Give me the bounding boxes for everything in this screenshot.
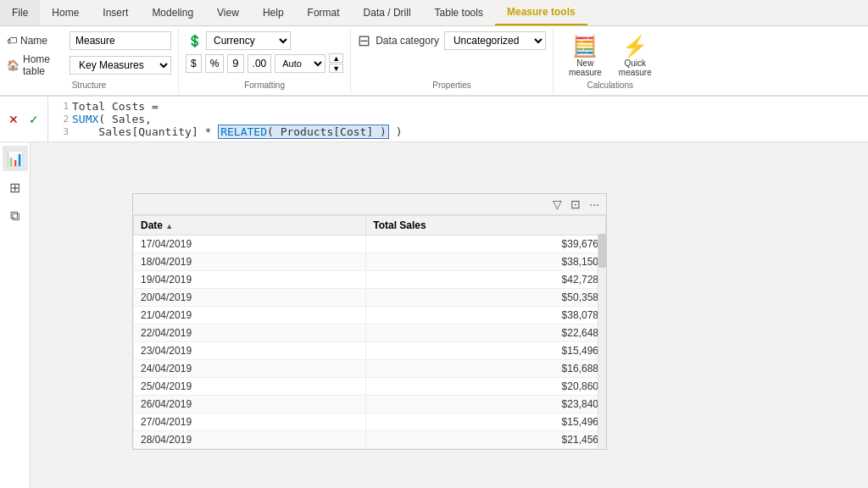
- cell-value: $42,728: [366, 271, 606, 289]
- cancel-formula-button[interactable]: ✕: [5, 111, 22, 128]
- cell-value: $38,078: [366, 307, 606, 324]
- formula-line-2: 2 SUMX( Sales,: [55, 113, 152, 125]
- tab-file[interactable]: File: [0, 0, 40, 25]
- sort-arrow-date: ▲: [165, 222, 173, 230]
- format-top: 💲 Currency: [186, 31, 343, 50]
- prop-icon: ⊟: [358, 31, 370, 50]
- sidebar-icon-model[interactable]: ⧉: [3, 203, 28, 229]
- main-area: 📊 ⊞ ⧉ ▽ ⊡ ··· Date ▲ Total Sales: [0, 142, 868, 488]
- cell-value: $20,860: [366, 378, 606, 396]
- home-table-dropdown[interactable]: Key Measures: [70, 56, 171, 75]
- table-row: 23/04/2019$15,496: [134, 342, 606, 360]
- cell-date: 24/04/2019: [134, 360, 366, 378]
- name-label: 🏷 Name: [7, 35, 66, 47]
- data-category-row: ⊟ Data category Uncategorized: [358, 31, 546, 50]
- column-header-date[interactable]: Date ▲: [134, 216, 366, 236]
- new-measure-button[interactable]: 🧮 Newmeasure: [564, 33, 607, 79]
- tab-modeling[interactable]: Modeling: [140, 0, 205, 25]
- cell-date: 20/04/2019: [134, 289, 366, 307]
- data-category-label: Data category: [376, 35, 439, 47]
- tab-table-tools[interactable]: Table tools: [423, 0, 495, 25]
- cell-value: $23,840: [366, 396, 606, 413]
- cell-date: 17/04/2019: [134, 236, 366, 253]
- increment-btn[interactable]: ▲: [329, 53, 343, 63]
- sidebar-icon-table[interactable]: ⊞: [3, 175, 28, 200]
- scroll-thumb[interactable]: [598, 234, 606, 268]
- table-row: 22/04/2019$22,648: [134, 324, 606, 342]
- formula-line-3: 3 Sales[Quantity] * RELATED( Products[Co…: [55, 125, 403, 138]
- new-measure-label: Newmeasure: [569, 58, 602, 77]
- cell-value: $39,676: [366, 236, 606, 253]
- cell-value: $38,150: [366, 253, 606, 271]
- table-row: 21/04/2019$38,078: [134, 307, 606, 324]
- auto-dropdown[interactable]: Auto: [275, 54, 326, 73]
- calc-buttons: 🧮 Newmeasure ⚡ Quickmeasure: [564, 31, 657, 80]
- name-input[interactable]: [70, 31, 171, 50]
- cell-value: $15,496: [366, 413, 606, 431]
- table-row: 27/04/2019$15,496: [134, 413, 606, 431]
- cell-date: 28/04/2019: [134, 431, 366, 449]
- decrement-btn[interactable]: ▼: [329, 64, 343, 73]
- name-row: 🏷 Name: [7, 31, 171, 50]
- percent-btn[interactable]: %: [205, 54, 225, 73]
- currency-icon: 💲: [186, 34, 203, 47]
- comma-btn[interactable]: 9: [227, 54, 243, 73]
- tag-icon: 🏷: [7, 35, 17, 47]
- decimal-btn[interactable]: .00: [248, 54, 272, 73]
- home-table-label: 🏠 Home table: [7, 53, 66, 77]
- cell-value: $15,496: [366, 342, 606, 360]
- tab-measure-tools[interactable]: Measure tools: [495, 0, 587, 25]
- tab-format[interactable]: Format: [296, 0, 352, 25]
- cell-date: 25/04/2019: [134, 378, 366, 396]
- formula-line-1: 1 Total Costs =: [55, 100, 159, 113]
- cell-value: $16,688: [366, 360, 606, 378]
- tab-data-drill[interactable]: Data / Drill: [352, 0, 423, 25]
- sidebar-icon-bar-chart[interactable]: 📊: [3, 146, 28, 171]
- cell-date: 18/04/2019: [134, 253, 366, 271]
- tab-view[interactable]: View: [205, 0, 251, 25]
- vertical-scrollbar[interactable]: [598, 234, 606, 449]
- table-row: 25/04/2019$20,860: [134, 378, 606, 396]
- content-area: ▽ ⊡ ··· Date ▲ Total Sales 17/04: [31, 142, 868, 488]
- sidebar: 📊 ⊞ ⧉: [0, 142, 31, 488]
- calculations-group: 🧮 Newmeasure ⚡ Quickmeasure Calculations: [554, 28, 667, 93]
- filter-icon[interactable]: ▽: [551, 196, 564, 213]
- tab-home[interactable]: Home: [40, 0, 91, 25]
- calculations-label: Calculations: [564, 80, 657, 90]
- properties-group: ⊟ Data category Uncategorized Properties: [351, 28, 554, 93]
- more-options-icon[interactable]: ···: [587, 196, 601, 213]
- formula-actions: ✕ ✓: [0, 97, 48, 141]
- cell-value: $50,358: [366, 289, 606, 307]
- data-table: Date ▲ Total Sales 17/04/2019$39,67618/0…: [133, 215, 606, 449]
- ribbon-content: 🏷 Name 🏠 Home table Key Measures Structu…: [0, 26, 868, 96]
- formula-content[interactable]: 1 Total Costs = 2 SUMX( Sales, 3 Sales[Q…: [48, 97, 868, 141]
- expand-icon[interactable]: ⊡: [569, 196, 582, 213]
- table-row: 20/04/2019$50,358: [134, 289, 606, 307]
- quick-measure-button[interactable]: ⚡ Quickmeasure: [614, 33, 657, 79]
- table-row: 28/04/2019$21,456: [134, 431, 606, 449]
- tab-insert[interactable]: Insert: [91, 0, 140, 25]
- table-toolbar: ▽ ⊡ ···: [133, 194, 606, 215]
- cell-date: 22/04/2019: [134, 324, 366, 342]
- currency-dropdown[interactable]: Currency: [206, 31, 291, 50]
- structure-group: 🏷 Name 🏠 Home table Key Measures Structu…: [0, 28, 179, 93]
- data-category-dropdown[interactable]: Uncategorized: [444, 31, 546, 50]
- tab-help[interactable]: Help: [251, 0, 296, 25]
- cell-date: 26/04/2019: [134, 396, 366, 413]
- ribbon-tabs: File Home Insert Modeling View Help Form…: [0, 0, 868, 26]
- cell-value: $21,456: [366, 431, 606, 449]
- quick-calculator-icon: ⚡: [622, 35, 648, 58]
- quick-measure-label: Quickmeasure: [619, 58, 652, 77]
- table-row: 24/04/2019$16,688: [134, 360, 606, 378]
- confirm-formula-button[interactable]: ✓: [25, 111, 42, 128]
- formatting-group: 💲 Currency $ % 9 .00 Auto ▲ ▼ Formatting: [179, 28, 351, 93]
- cell-date: 21/04/2019: [134, 307, 366, 324]
- format-bottom: $ % 9 .00 Auto ▲ ▼: [186, 53, 343, 73]
- table-row: 26/04/2019$23,840: [134, 396, 606, 413]
- formatting-label: Formatting: [186, 80, 343, 90]
- cell-date: 23/04/2019: [134, 342, 366, 360]
- dollar-btn[interactable]: $: [186, 54, 202, 73]
- table-container: ▽ ⊡ ··· Date ▲ Total Sales 17/04: [132, 193, 607, 450]
- table-row: 18/04/2019$38,150: [134, 253, 606, 271]
- column-header-total-sales[interactable]: Total Sales: [366, 216, 606, 236]
